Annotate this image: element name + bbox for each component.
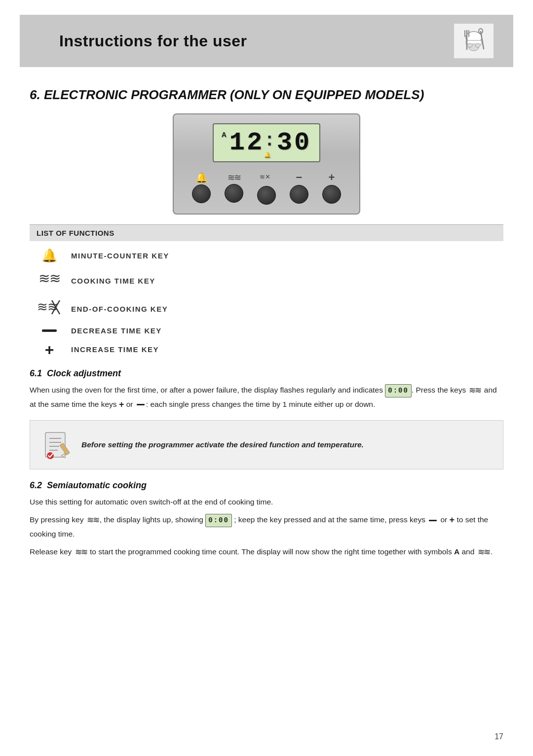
svg-point-8: [475, 43, 480, 47]
btn-cooking-symbol: ≋≋: [228, 173, 240, 182]
function-icon-end-cooking: ≋≋: [35, 298, 64, 320]
inline-plus-key: +: [119, 399, 124, 409]
end-cooking-svg: ≋≋: [37, 298, 62, 316]
function-row-plus: + INCREASE TIME KEY: [30, 342, 503, 358]
subsection-semi: 6.2 Semiautomatic cooking Use this setti…: [30, 480, 503, 559]
function-row-minus: DECREASE TIME KEY: [30, 326, 503, 335]
function-label-plus: INCREASE TIME KEY: [71, 345, 159, 354]
inline-minus-key-2: [429, 520, 437, 521]
btn-bell[interactable]: [192, 184, 211, 203]
main-content: 6. ELECTRONIC PROGRAMMER (ONLY ON EQUIPP…: [0, 67, 533, 584]
page-number: 17: [495, 732, 503, 741]
svg-point-9: [467, 43, 472, 47]
function-label-bell: MINUTE-COUNTER KEY: [71, 252, 169, 260]
function-label-minus: DECREASE TIME KEY: [71, 326, 162, 335]
btn-plus[interactable]: [322, 185, 341, 204]
semi-para-3: Release key ≋≋ to start the programmed c…: [30, 545, 503, 559]
lcd-digits-right: 30: [277, 128, 311, 157]
function-icon-plus: +: [35, 342, 64, 358]
function-icon-minus: [35, 329, 64, 332]
btn-bell-col: 🔔: [192, 173, 211, 203]
programmer-display: A 12 : 30 🔔 🔔 ≋≋ ≋✕: [173, 113, 360, 215]
page-title: Instructions for the user: [59, 32, 247, 50]
btn-plus-col: +: [322, 172, 341, 204]
function-icon-cooking: ≋≋: [35, 270, 64, 291]
btn-minus-col: −: [290, 172, 308, 204]
btn-minus-symbol: −: [296, 172, 303, 183]
lcd-screen: A 12 : 30 🔔: [213, 123, 321, 162]
function-row-bell: 🔔 MINUTE-COUNTER KEY: [30, 248, 503, 263]
header-icon: [454, 24, 494, 58]
btn-cooking-col: ≋≋: [225, 173, 243, 203]
function-row-end-cooking: ≋≋ END-OF-COOKING KEY: [30, 298, 503, 320]
lcd-bell-small: 🔔: [264, 152, 273, 158]
btn-end-cooking-col: ≋✕: [257, 171, 276, 205]
semi-para-1: Use this setting for automatic oven swit…: [30, 496, 503, 508]
buttons-row: 🔔 ≋≋ ≋✕ − +: [192, 171, 341, 205]
clock-para-1: When using the oven for the first time, …: [30, 384, 503, 412]
header-bar: Instructions for the user: [20, 15, 513, 67]
btn-cooking[interactable]: [225, 184, 243, 203]
section-title: 6. ELECTRONIC PROGRAMMER (ONLY ON EQUIPP…: [30, 87, 503, 104]
functions-section: LIST OF FUNCTIONS 🔔 MINUTE-COUNTER KEY ≋…: [30, 224, 503, 358]
btn-end-cooking[interactable]: [257, 186, 276, 205]
inline-icon-cooking-2: ≋≋: [87, 513, 99, 527]
svg-text:≋✕: ≋✕: [260, 173, 270, 180]
inline-minus-key: [137, 404, 145, 405]
note-box: Before setting the programmer activate t…: [30, 420, 503, 469]
btn-minus[interactable]: [290, 185, 308, 204]
inline-display-000b: 0:00: [205, 514, 232, 527]
inline-icon-cooking-3: ≋≋: [75, 545, 87, 559]
btn-end-cooking-symbol: ≋✕: [260, 171, 273, 184]
cooking-time-svg: ≋≋: [38, 270, 60, 288]
display-container: A 12 : 30 🔔 🔔 ≋≋ ≋✕: [30, 113, 503, 215]
btn-plus-symbol: +: [329, 172, 335, 183]
inline-display-000a: 0:00: [385, 384, 412, 397]
note-image: [39, 428, 74, 462]
svg-text:≋≋: ≋≋: [38, 271, 60, 286]
semi-para-2: By pressing key ≋≋, the display lights u…: [30, 513, 503, 540]
inline-plus-key-2: +: [450, 515, 455, 525]
symbol-a-bold: A: [454, 547, 459, 556]
note-icon-svg: [40, 429, 73, 461]
subsection-clock: 6.1 Clock adjustment When using the oven…: [30, 368, 503, 469]
lcd-a-symbol: A: [222, 131, 228, 139]
function-label-cooking: COOKING TIME KEY: [71, 277, 155, 285]
function-icon-bell: 🔔: [35, 248, 64, 263]
note-text: Before setting the programmer activate t…: [81, 439, 364, 451]
functions-header: LIST OF FUNCTIONS: [30, 224, 503, 241]
lcd-digits-left: 12: [229, 128, 264, 157]
subsection-title-62: 6.2 Semiautomatic cooking: [30, 480, 503, 491]
inline-icon-cooking-4: ≋≋: [478, 545, 490, 559]
lcd-colon: :: [264, 131, 277, 151]
function-row-cooking: ≋≋ COOKING TIME KEY: [30, 270, 503, 291]
btn-bell-symbol: 🔔: [195, 173, 208, 182]
chef-icon: [459, 27, 489, 55]
svg-text:≋≋: ≋≋: [37, 300, 58, 314]
function-label-end-cooking: END-OF-COOKING KEY: [71, 305, 168, 313]
subsection-title-61: 6.1 Clock adjustment: [30, 368, 503, 379]
inline-icon-cooking: ≋≋: [469, 384, 481, 397]
